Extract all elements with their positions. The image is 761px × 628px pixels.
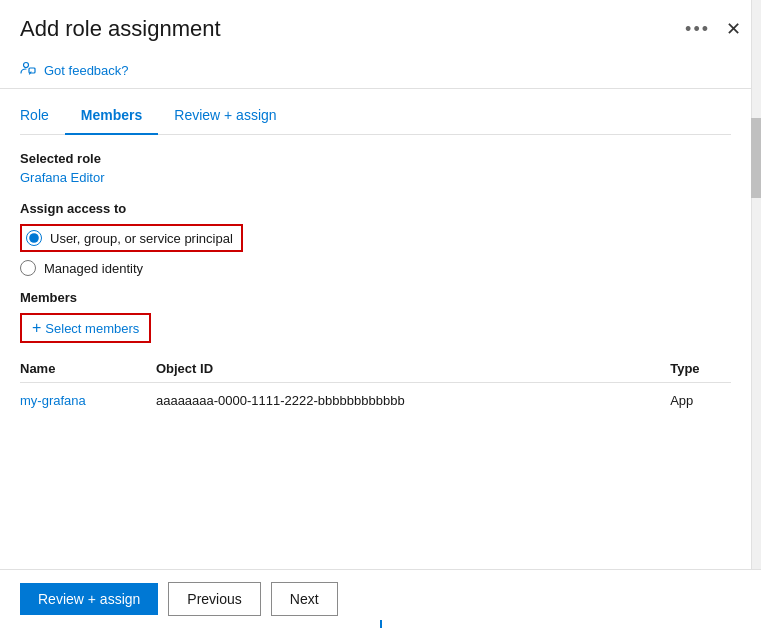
plus-icon: + <box>32 319 41 337</box>
previous-button[interactable]: Previous <box>168 582 260 616</box>
members-section: Members + Select members Name Object ID … <box>20 290 731 418</box>
radio-user-group[interactable]: User, group, or service principal <box>20 224 731 252</box>
col-name: Name <box>20 355 156 383</box>
members-label: Members <box>20 290 731 305</box>
radio-managed-identity-label: Managed identity <box>44 261 143 276</box>
svg-rect-1 <box>29 68 35 73</box>
next-button[interactable]: Next <box>271 582 338 616</box>
feedback-icon <box>20 60 36 80</box>
more-options-icon[interactable]: ••• <box>685 19 710 40</box>
table-row: my-grafana aaaaaaaa-0000-1111-2222-bbbbb… <box>20 383 731 419</box>
radio-managed-identity[interactable]: Managed identity <box>20 260 731 276</box>
member-object-id: aaaaaaaa-0000-1111-2222-bbbbbbbbbbbb <box>156 383 670 419</box>
scrollbar-track[interactable] <box>751 0 761 628</box>
tab-members[interactable]: Members <box>65 99 158 135</box>
selected-role-label: Selected role <box>20 151 731 166</box>
dialog-title: Add role assignment <box>20 16 221 42</box>
footer-indicator <box>380 620 382 628</box>
assign-access-section: Assign access to User, group, or service… <box>20 201 731 276</box>
members-table: Name Object ID Type my-grafana aaaaaaaa-… <box>20 355 731 418</box>
add-role-assignment-dialog: Add role assignment ••• ✕ Got feedback? … <box>0 0 761 628</box>
tabs: Role Members Review + assign <box>20 89 731 135</box>
svg-point-0 <box>24 63 29 68</box>
content-area: Role Members Review + assign Selected ro… <box>0 89 751 569</box>
member-type: App <box>670 383 731 419</box>
selected-role-value: Grafana Editor <box>20 170 731 185</box>
member-name: my-grafana <box>20 383 156 419</box>
scrollbar-thumb[interactable] <box>751 118 761 198</box>
col-object-id: Object ID <box>156 355 670 383</box>
tab-role[interactable]: Role <box>20 99 65 135</box>
assign-access-label: Assign access to <box>20 201 731 216</box>
dialog-header: Add role assignment ••• ✕ <box>0 0 761 52</box>
header-actions: ••• ✕ <box>685 19 741 40</box>
assign-access-options: User, group, or service principal Manage… <box>20 224 731 276</box>
select-members-button[interactable]: + Select members <box>20 313 151 343</box>
select-members-label: Select members <box>45 321 139 336</box>
footer: Review + assign Previous Next <box>0 569 761 628</box>
review-assign-button[interactable]: Review + assign <box>20 583 158 615</box>
selected-role-section: Selected role Grafana Editor <box>20 151 731 185</box>
feedback-bar: Got feedback? <box>0 52 761 89</box>
close-icon[interactable]: ✕ <box>726 20 741 38</box>
radio-managed-identity-input[interactable] <box>20 260 36 276</box>
col-type: Type <box>670 355 731 383</box>
feedback-label[interactable]: Got feedback? <box>44 63 129 78</box>
radio-user-group-input[interactable] <box>26 230 42 246</box>
tab-review[interactable]: Review + assign <box>158 99 292 135</box>
radio-user-group-label: User, group, or service principal <box>50 231 233 246</box>
